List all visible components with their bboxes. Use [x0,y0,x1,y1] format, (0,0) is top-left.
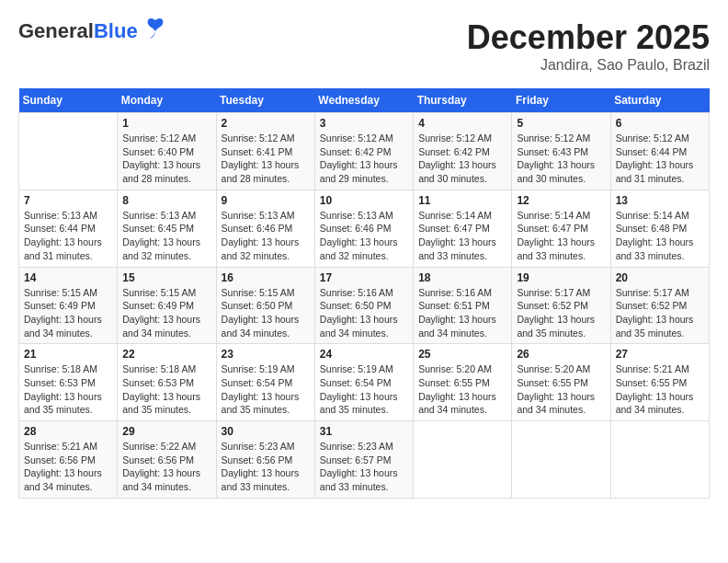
day-info: Sunrise: 5:14 AMSunset: 6:48 PMDaylight:… [616,209,704,263]
calendar-cell: 1Sunrise: 5:12 AMSunset: 6:40 PMDaylight… [118,113,216,190]
calendar-cell: 27Sunrise: 5:21 AMSunset: 6:55 PMDayligh… [610,344,709,421]
day-info: Sunrise: 5:12 AMSunset: 6:40 PMDaylight:… [122,132,210,186]
day-info: Sunrise: 5:20 AMSunset: 6:55 PMDaylight:… [517,362,605,417]
calendar-cell: 29Sunrise: 5:22 AMSunset: 6:56 PMDayligh… [118,421,216,499]
month-title: December 2025 [467,18,710,57]
day-header-thursday: Thursday [414,88,512,113]
day-info: Sunrise: 5:18 AMSunset: 6:53 PMDaylight:… [24,362,112,417]
day-number: 30 [222,425,310,438]
day-info: Sunrise: 5:17 AMSunset: 6:52 PMDaylight:… [517,286,605,340]
day-info: Sunrise: 5:19 AMSunset: 6:54 PMDaylight:… [222,362,310,417]
calendar-cell: 2Sunrise: 5:12 AMSunset: 6:41 PMDaylight… [216,113,314,190]
calendar-cell [19,113,118,190]
day-info: Sunrise: 5:19 AMSunset: 6:54 PMDaylight:… [320,362,408,417]
day-number: 15 [122,271,210,284]
day-number: 6 [616,117,704,130]
day-info: Sunrise: 5:21 AMSunset: 6:55 PMDaylight:… [616,362,704,417]
calendar-cell: 6Sunrise: 5:12 AMSunset: 6:44 PMDaylight… [610,113,709,190]
calendar-cell: 23Sunrise: 5:19 AMSunset: 6:54 PMDayligh… [216,344,314,421]
calendar-cell: 15Sunrise: 5:15 AMSunset: 6:49 PMDayligh… [118,267,216,344]
day-info: Sunrise: 5:22 AMSunset: 6:56 PMDaylight:… [122,440,210,494]
day-info: Sunrise: 5:21 AMSunset: 6:56 PMDaylight:… [24,440,112,494]
day-number: 17 [320,271,408,284]
day-info: Sunrise: 5:15 AMSunset: 6:49 PMDaylight:… [122,286,210,340]
calendar-cell: 24Sunrise: 5:19 AMSunset: 6:54 PMDayligh… [314,344,413,421]
day-number: 21 [24,348,112,361]
day-info: Sunrise: 5:23 AMSunset: 6:56 PMDaylight:… [222,440,310,494]
calendar-cell: 19Sunrise: 5:17 AMSunset: 6:52 PMDayligh… [512,267,610,344]
logo-blue: Blue [94,19,138,42]
calendar-cell: 12Sunrise: 5:14 AMSunset: 6:47 PMDayligh… [512,190,610,267]
calendar-cell: 25Sunrise: 5:20 AMSunset: 6:55 PMDayligh… [414,344,512,421]
day-number: 10 [320,194,408,207]
calendar-cell: 28Sunrise: 5:21 AMSunset: 6:56 PMDayligh… [19,421,118,499]
day-number: 11 [418,194,506,207]
day-number: 14 [24,271,112,284]
day-number: 22 [122,348,210,361]
day-info: Sunrise: 5:16 AMSunset: 6:50 PMDaylight:… [320,286,408,340]
day-number: 27 [616,348,704,361]
day-info: Sunrise: 5:23 AMSunset: 6:57 PMDaylight:… [320,440,408,494]
day-info: Sunrise: 5:14 AMSunset: 6:47 PMDaylight:… [418,209,506,263]
calendar-cell: 3Sunrise: 5:12 AMSunset: 6:42 PMDaylight… [314,113,413,190]
day-number: 16 [222,271,310,284]
calendar-week-3: 14Sunrise: 5:15 AMSunset: 6:49 PMDayligh… [19,267,710,344]
calendar-week-1: 1Sunrise: 5:12 AMSunset: 6:40 PMDaylight… [19,113,710,190]
day-header-wednesday: Wednesday [314,88,413,113]
day-number: 1 [122,117,210,130]
day-info: Sunrise: 5:14 AMSunset: 6:47 PMDaylight:… [517,209,605,263]
day-number: 7 [24,194,112,207]
day-info: Sunrise: 5:20 AMSunset: 6:55 PMDaylight:… [418,362,506,417]
day-number: 3 [320,117,408,130]
day-header-monday: Monday [118,88,216,113]
day-number: 23 [222,348,310,361]
calendar-cell: 7Sunrise: 5:13 AMSunset: 6:44 PMDaylight… [19,190,118,267]
calendar-cell [414,421,512,499]
calendar-cell: 9Sunrise: 5:13 AMSunset: 6:46 PMDaylight… [216,190,314,267]
calendar-cell: 16Sunrise: 5:15 AMSunset: 6:50 PMDayligh… [216,267,314,344]
day-number: 29 [122,425,210,438]
calendar-cell: 30Sunrise: 5:23 AMSunset: 6:56 PMDayligh… [216,421,314,499]
day-header-tuesday: Tuesday [216,88,314,113]
calendar-cell: 8Sunrise: 5:13 AMSunset: 6:45 PMDaylight… [118,190,216,267]
calendar-week-5: 28Sunrise: 5:21 AMSunset: 6:56 PMDayligh… [19,421,710,499]
calendar-week-2: 7Sunrise: 5:13 AMSunset: 6:44 PMDaylight… [19,190,710,267]
day-info: Sunrise: 5:13 AMSunset: 6:46 PMDaylight:… [320,209,408,263]
day-number: 8 [122,194,210,207]
calendar-cell: 11Sunrise: 5:14 AMSunset: 6:47 PMDayligh… [414,190,512,267]
day-info: Sunrise: 5:16 AMSunset: 6:51 PMDaylight:… [418,286,506,340]
day-number: 24 [320,348,408,361]
day-header-friday: Friday [512,88,610,113]
calendar-cell: 13Sunrise: 5:14 AMSunset: 6:48 PMDayligh… [610,190,709,267]
day-info: Sunrise: 5:12 AMSunset: 6:41 PMDaylight:… [222,132,310,186]
calendar-cell: 20Sunrise: 5:17 AMSunset: 6:52 PMDayligh… [610,267,709,344]
calendar-cell: 31Sunrise: 5:23 AMSunset: 6:57 PMDayligh… [314,421,413,499]
logo-bird-icon [142,15,168,40]
day-info: Sunrise: 5:13 AMSunset: 6:44 PMDaylight:… [24,209,112,263]
day-info: Sunrise: 5:15 AMSunset: 6:49 PMDaylight:… [24,286,112,340]
day-number: 9 [222,194,310,207]
day-number: 2 [222,117,310,130]
day-info: Sunrise: 5:12 AMSunset: 6:43 PMDaylight:… [517,132,605,186]
day-info: Sunrise: 5:17 AMSunset: 6:52 PMDaylight:… [616,286,704,340]
day-number: 13 [616,194,704,207]
day-info: Sunrise: 5:12 AMSunset: 6:44 PMDaylight:… [616,132,704,186]
calendar-cell: 18Sunrise: 5:16 AMSunset: 6:51 PMDayligh… [414,267,512,344]
calendar-cell: 21Sunrise: 5:18 AMSunset: 6:53 PMDayligh… [19,344,118,421]
logo: GeneralBlue [18,18,168,44]
logo-general: General [18,19,94,42]
day-number: 5 [517,117,605,130]
title-section: December 2025 Jandira, Sao Paulo, Brazil [467,18,710,74]
calendar-table: SundayMondayTuesdayWednesdayThursdayFrid… [18,88,710,499]
day-number: 28 [24,425,112,438]
location-title: Jandira, Sao Paulo, Brazil [467,57,710,74]
calendar-week-4: 21Sunrise: 5:18 AMSunset: 6:53 PMDayligh… [19,344,710,421]
day-number: 19 [517,271,605,284]
day-info: Sunrise: 5:13 AMSunset: 6:46 PMDaylight:… [222,209,310,263]
day-number: 26 [517,348,605,361]
calendar-cell: 5Sunrise: 5:12 AMSunset: 6:43 PMDaylight… [512,113,610,190]
day-number: 25 [418,348,506,361]
calendar-cell: 10Sunrise: 5:13 AMSunset: 6:46 PMDayligh… [314,190,413,267]
calendar-cell: 14Sunrise: 5:15 AMSunset: 6:49 PMDayligh… [19,267,118,344]
day-number: 31 [320,425,408,438]
